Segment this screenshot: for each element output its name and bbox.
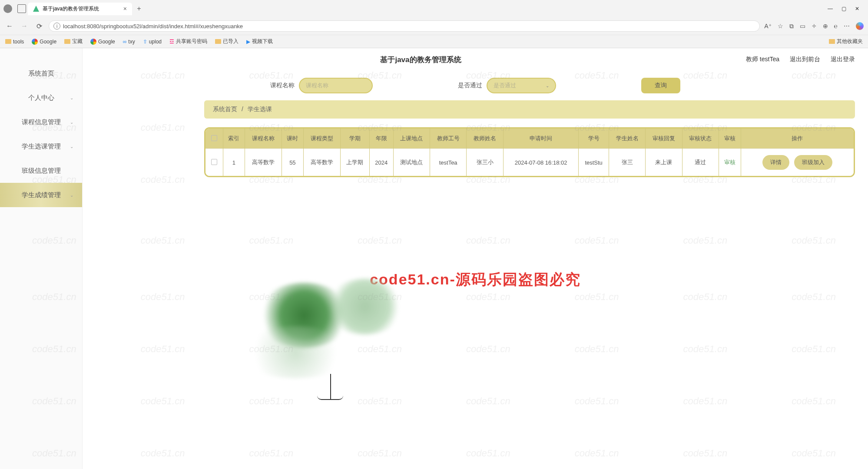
table-row: 1 高等数学 55 高等数学 上学期 2024 测试地点 testTea 张三小… <box>205 149 854 176</box>
cell-apply-time: 2024-07-08 16:18:02 <box>503 149 579 176</box>
class-join-button[interactable]: 班级加入 <box>794 155 832 170</box>
url-text: localhost:8080/springbootux52l/admin/dis… <box>63 23 243 30</box>
vue-favicon-icon <box>33 6 39 12</box>
chevron-down-icon: ⌄ <box>70 96 73 100</box>
profile-icon[interactable] <box>3 4 12 13</box>
app-container: 系统首页 个人中心 ⌄ 课程信息管理 ⌄ 学生选课管理 ⌄ 班级信息管理 学生成… <box>0 48 868 469</box>
th-teacher-id: 教师工号 <box>430 129 466 149</box>
bookmark-google-2[interactable]: Google <box>90 39 115 45</box>
cell-semester: 上学期 <box>340 149 370 176</box>
sidebar: 系统首页 个人中心 ⌄ 课程信息管理 ⌄ 学生选课管理 ⌄ 班级信息管理 学生成… <box>0 48 83 469</box>
main-content: 基于java的教务管理系统 教师 testTea 退出到前台 退出登录 课程名称… <box>83 48 868 469</box>
maximize-icon[interactable]: ▢ <box>841 6 846 12</box>
sidebar-item-course-info[interactable]: 课程信息管理 ⌄ <box>0 110 82 134</box>
th-student-name: 学生姓名 <box>609 129 645 149</box>
breadcrumb-home[interactable]: 系统首页 <box>213 106 237 112</box>
detail-button[interactable]: 详情 <box>762 155 789 170</box>
select-all-checkbox[interactable] <box>211 135 217 141</box>
cell-student-name: 张三 <box>609 149 645 176</box>
cell-teacher-name: 张三小 <box>467 149 503 176</box>
row-checkbox[interactable] <box>211 159 217 165</box>
url-input[interactable]: i localhost:8080/springbootux52l/admin/d… <box>49 20 760 32</box>
extension-icon[interactable]: ⧉ <box>789 23 794 30</box>
query-button[interactable]: 查询 <box>641 78 680 93</box>
bookmark-imported[interactable]: 已导入 <box>215 38 239 45</box>
sidebar-item-student-select[interactable]: 学生选课管理 ⌄ <box>0 134 82 159</box>
bookmark-video-dl[interactable]: ▶视频下载 <box>246 38 273 45</box>
bookmark-bar: tools Google 宝藏 Google ∞txy ⇧uplod ☲共享账号… <box>0 35 868 48</box>
refresh-button[interactable]: ⟳ <box>34 21 44 31</box>
cell-student-id: testStu <box>579 149 609 176</box>
bookmark-tools[interactable]: tools <box>5 39 24 45</box>
site-info-icon[interactable]: i <box>53 23 60 30</box>
breadcrumb-current: 学生选课 <box>248 106 272 112</box>
course-name-input[interactable]: 课程名称 <box>299 78 373 93</box>
user-info[interactable]: 教师 testTea <box>746 56 779 63</box>
new-tab-button[interactable]: + <box>134 3 144 14</box>
cell-hours: 55 <box>282 149 304 176</box>
bookmark-google-1[interactable]: Google <box>32 39 56 45</box>
search-row: 课程名称 课程名称 是否通过 是否通过 ⌄ 查询 <box>83 71 868 100</box>
more-icon[interactable]: ⋯ <box>844 23 850 30</box>
th-review-reply: 审核回复 <box>646 129 682 149</box>
browser-chrome: 基于java的教务管理系统 × + — ▢ ✕ ← → ⟳ i localhos… <box>0 0 868 48</box>
sidebar-item-student-grade[interactable]: 学生成绩管理 ⌄ <box>0 183 82 207</box>
sidebar-item-label: 课程信息管理 <box>22 118 61 126</box>
forward-button[interactable]: → <box>19 21 30 31</box>
cell-year: 2024 <box>370 149 393 176</box>
favorites-icon[interactable]: ✧ <box>812 23 817 30</box>
bookmark-treasure[interactable]: 宝藏 <box>64 38 83 45</box>
download-icon[interactable]: ⊕ <box>823 23 828 30</box>
chevron-down-icon: ⌄ <box>546 83 549 88</box>
tabs-overview-icon[interactable] <box>17 4 26 13</box>
th-course-name: 课程名称 <box>245 129 282 149</box>
bookmark-shared-account[interactable]: ☲共享账号密码 <box>169 38 207 45</box>
app-header: 基于java的教务管理系统 教师 testTea 退出到前台 退出登录 <box>83 48 868 71</box>
sidebar-item-home[interactable]: 系统首页 <box>0 61 82 86</box>
th-teacher-name: 教师姓名 <box>467 129 503 149</box>
cell-location: 测试地点 <box>393 149 430 176</box>
th-index: 索引 <box>223 129 245 149</box>
th-location: 上课地点 <box>393 129 430 149</box>
table-header-row: 索引 课程名称 课时 课程类型 学期 年限 上课地点 教师工号 教师姓名 申请时… <box>205 129 854 149</box>
collections-icon[interactable]: ▭ <box>800 23 805 30</box>
bookmark-other[interactable]: 其他收藏夹 <box>829 38 863 45</box>
th-review: 审核 <box>719 129 741 149</box>
bookmark-uplod[interactable]: ⇧uplod <box>143 39 162 45</box>
cell-review-reply: 来上课 <box>646 149 682 176</box>
sidebar-item-personal[interactable]: 个人中心 ⌄ <box>0 86 82 110</box>
th-course-type: 课程类型 <box>304 129 340 149</box>
copilot-icon[interactable] <box>856 22 864 30</box>
window-controls: — ▢ ✕ <box>828 6 865 12</box>
cell-index: 1 <box>223 149 245 176</box>
pass-select[interactable]: 是否通过 ⌄ <box>487 78 556 93</box>
sidebar-item-label: 系统首页 <box>28 69 54 78</box>
cell-teacher-id: testTea <box>430 149 466 176</box>
bookmark-txy[interactable]: ∞txy <box>123 39 135 45</box>
link-frontend[interactable]: 退出到前台 <box>790 56 820 63</box>
sidebar-item-class-info[interactable]: 班级信息管理 <box>0 159 82 183</box>
pass-label: 是否通过 <box>458 82 482 89</box>
close-window-icon[interactable]: ✕ <box>855 6 859 12</box>
tab-close-icon[interactable]: × <box>123 5 127 12</box>
browser-tab[interactable]: 基于java的教务管理系统 × <box>28 3 132 15</box>
chevron-down-icon: ⌄ <box>70 144 73 149</box>
th-operation: 操作 <box>741 129 854 149</box>
star-icon[interactable]: ☆ <box>778 23 783 30</box>
cell-course-type: 高等数学 <box>304 149 340 176</box>
th-semester: 学期 <box>340 129 370 149</box>
minimize-icon[interactable]: — <box>828 6 833 12</box>
th-year: 年限 <box>370 129 393 149</box>
back-button[interactable]: ← <box>4 21 15 31</box>
perf-icon[interactable]: ℮ <box>834 23 838 30</box>
chevron-down-icon: ⌄ <box>70 120 73 125</box>
data-table: 索引 课程名称 课时 课程类型 学期 年限 上课地点 教师工号 教师姓名 申请时… <box>204 127 855 177</box>
cell-review-status: 通过 <box>682 149 719 176</box>
app-title: 基于java的教务管理系统 <box>96 55 746 65</box>
read-aloud-icon[interactable]: A⁺ <box>764 23 771 30</box>
address-bar: ← → ⟳ i localhost:8080/springbootux52l/a… <box>0 17 868 35</box>
sidebar-item-label: 个人中心 <box>28 94 54 102</box>
review-link[interactable]: 审核 <box>724 159 735 165</box>
link-logout[interactable]: 退出登录 <box>831 56 855 63</box>
th-review-status: 审核状态 <box>682 129 719 149</box>
